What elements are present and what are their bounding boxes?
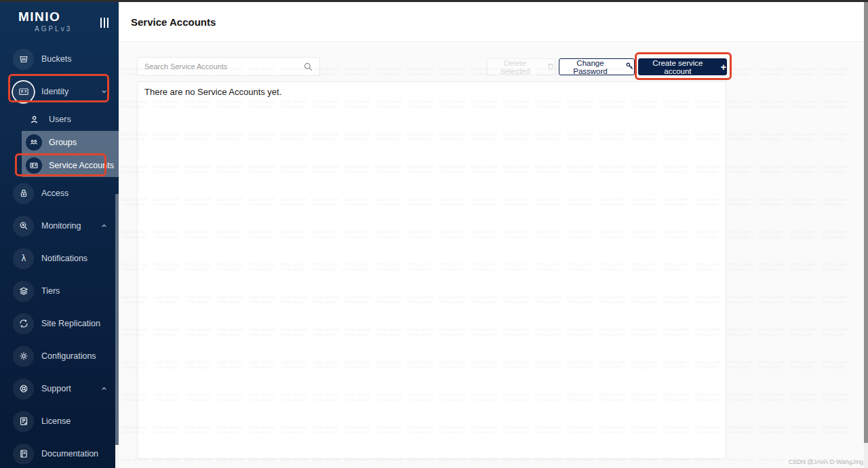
sidebar-item-label: Site Replication [41, 319, 100, 328]
minio-logo: MINIO [18, 9, 60, 24]
tiers-layers-icon [13, 281, 34, 302]
sidebar-item-label: Configurations [41, 351, 96, 361]
sidebar-item-access[interactable]: Access [0, 177, 119, 210]
lifebuoy-icon [13, 378, 34, 399]
sidebar-nav: Buckets Identity Users [0, 43, 119, 468]
chevron-down-icon [100, 88, 108, 96]
sidebar-item-label: Buckets [41, 54, 71, 64]
sidebar-item-service-accounts[interactable]: Service Accounts [0, 154, 119, 177]
delete-selected-label: Delete Selected [488, 59, 542, 75]
gear-icon [13, 346, 34, 367]
sidebar-item-label: Identity [41, 87, 68, 96]
chevron-up-icon [100, 222, 108, 230]
page-header: Service Accounts [119, 2, 868, 42]
access-lock-icon [13, 183, 34, 204]
sidebar-item-monitoring[interactable]: Monitoring [0, 210, 119, 242]
empty-state-message: There are no Service Accounts yet. [138, 82, 726, 97]
sidebar-scrollbar-thumb[interactable] [115, 194, 119, 445]
sidebar-item-label: Tiers [41, 286, 60, 296]
main-area: Service Accounts Delete Selected Change … [119, 2, 868, 468]
license-tag: AGPLv3 [35, 25, 72, 33]
page-scrollbar-track[interactable] [864, 2, 868, 468]
sidebar-item-notifications[interactable]: λ Notifications [0, 242, 119, 275]
sidebar-item-label: Access [41, 189, 68, 198]
sidebar-logo-block: MINIO AGPLv3 [0, 2, 119, 43]
lambda-icon: λ [13, 248, 34, 269]
sidebar-item-documentation[interactable]: Documentation [0, 437, 119, 468]
sidebar-item-label: Users [49, 115, 71, 124]
change-password-label: Change Password [559, 59, 621, 75]
sidebar-item-label: Support [41, 384, 71, 393]
replication-arrows-icon [13, 313, 34, 334]
trash-icon [547, 62, 555, 72]
book-icon [13, 444, 34, 465]
sidebar-item-site-replication[interactable]: Site Replication [0, 307, 119, 340]
collapse-menu-icon[interactable] [100, 18, 109, 28]
license-certificate-icon [13, 411, 34, 432]
service-account-badge-icon [26, 157, 42, 174]
page-scrollbar-thumb[interactable] [864, 2, 868, 443]
sidebar-item-label: Groups [49, 138, 77, 147]
chevron-up-icon [100, 385, 108, 393]
sidebar-item-label: Documentation [41, 449, 98, 459]
sidebar-item-buckets[interactable]: Buckets [0, 43, 119, 75]
create-service-account-button[interactable]: Create service account + [638, 58, 727, 75]
search-input[interactable] [138, 58, 294, 75]
sidebar-item-users[interactable]: Users [0, 108, 119, 131]
identity-card-icon [13, 81, 34, 102]
sidebar-scrollbar-track [115, 445, 119, 468]
page-title: Service Accounts [131, 16, 216, 28]
sidebar-item-identity[interactable]: Identity [0, 75, 119, 108]
sidebar-item-license[interactable]: License [0, 405, 119, 437]
create-service-account-label: Create service account [639, 59, 717, 75]
search-box [137, 57, 320, 76]
sidebar: MINIO AGPLv3 Buckets Identity [0, 2, 119, 468]
change-password-button[interactable]: Change Password [559, 58, 635, 75]
service-accounts-panel: There are no Service Accounts yet. [137, 81, 726, 459]
sidebar-item-configurations[interactable]: Configurations [0, 340, 119, 372]
monitoring-icon [13, 216, 34, 237]
delete-selected-button[interactable]: Delete Selected [487, 58, 555, 75]
sidebar-item-label: Notifications [41, 254, 87, 263]
svg-text:λ: λ [21, 254, 26, 263]
user-icon [26, 111, 42, 128]
plus-icon: + [721, 62, 726, 72]
key-icon [625, 62, 634, 72]
sidebar-item-tiers[interactable]: Tiers [0, 275, 119, 307]
sidebar-item-groups[interactable]: Groups [0, 131, 119, 154]
screenshot-top-border [0, 0, 868, 2]
watermark-text: CSDN @JAVA·D·WangJing [789, 459, 864, 465]
sidebar-item-label: License [41, 416, 71, 426]
sidebar-item-support[interactable]: Support [0, 372, 119, 405]
sidebar-item-label: Monitoring [41, 221, 81, 231]
search-icon [303, 62, 313, 75]
groups-icon [26, 134, 42, 151]
sidebar-item-label: Service Accounts [49, 161, 114, 170]
bucket-icon [13, 49, 34, 70]
